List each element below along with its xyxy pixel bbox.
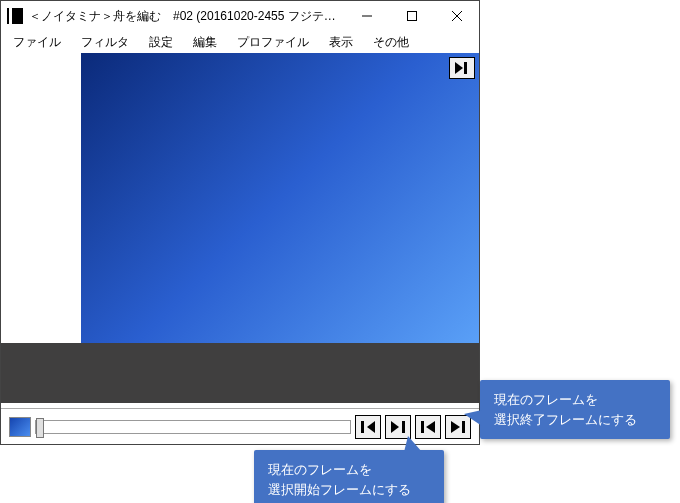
svg-rect-10	[421, 421, 424, 433]
callout-text-line: 選択終了フレームにする	[494, 410, 656, 430]
svg-marker-8	[391, 421, 399, 433]
menu-file[interactable]: ファイル	[5, 32, 69, 53]
step-back-button[interactable]	[355, 415, 381, 439]
maximize-icon	[407, 11, 417, 21]
menu-display[interactable]: 表示	[321, 32, 361, 53]
callout-text-line: 現在のフレームを	[494, 390, 656, 410]
step-forward-icon	[391, 421, 405, 433]
menu-settings[interactable]: 設定	[141, 32, 181, 53]
app-window: ＜ノイタミナ＞舟を編む #02 (20161020-2455 フジテレビジョ..…	[0, 0, 480, 445]
window-controls	[344, 2, 479, 31]
callout-start-frame: 現在のフレームを 選択開始フレームにする	[254, 450, 444, 503]
seek-thumb[interactable]	[36, 418, 44, 438]
svg-marker-7	[367, 421, 375, 433]
callout-end-frame: 現在のフレームを 選択終了フレームにする	[480, 380, 670, 439]
maximize-button[interactable]	[389, 2, 434, 31]
step-back-icon	[361, 421, 375, 433]
step-forward-button[interactable]	[385, 415, 411, 439]
svg-rect-6	[361, 421, 364, 433]
minimize-icon	[362, 11, 372, 21]
callout-pointer	[404, 436, 422, 452]
video-gutter	[1, 53, 81, 343]
video-area	[1, 53, 479, 343]
set-start-icon	[421, 421, 435, 433]
close-icon	[452, 11, 462, 21]
frame-thumbnail[interactable]	[9, 417, 31, 437]
seek-slider[interactable]	[35, 420, 351, 434]
svg-marker-11	[426, 421, 435, 433]
callout-pointer	[464, 410, 482, 426]
svg-rect-5	[464, 62, 467, 74]
set-start-frame-button[interactable]	[415, 415, 441, 439]
callout-text-line: 選択開始フレームにする	[268, 480, 430, 500]
skip-end-icon	[455, 62, 469, 74]
menu-edit[interactable]: 編集	[185, 32, 225, 53]
svg-marker-12	[451, 421, 460, 433]
svg-rect-9	[402, 421, 405, 433]
timeline-strip	[1, 343, 479, 403]
menu-profile[interactable]: プロファイル	[229, 32, 317, 53]
callout-text-line: 現在のフレームを	[268, 460, 430, 480]
svg-rect-1	[407, 12, 416, 21]
close-button[interactable]	[434, 2, 479, 31]
app-icon	[7, 8, 23, 24]
minimize-button[interactable]	[344, 2, 389, 31]
jump-to-end-button[interactable]	[449, 57, 475, 79]
menu-other[interactable]: その他	[365, 32, 417, 53]
client-area	[1, 53, 479, 444]
set-end-icon	[451, 421, 465, 433]
svg-marker-4	[455, 62, 463, 74]
titlebar: ＜ノイタミナ＞舟を編む #02 (20161020-2455 フジテレビジョ..…	[1, 1, 479, 31]
video-frame	[81, 53, 479, 343]
menu-filter[interactable]: フィルタ	[73, 32, 137, 53]
window-title: ＜ノイタミナ＞舟を編む #02 (20161020-2455 フジテレビジョ..…	[29, 8, 344, 25]
menubar: ファイル フィルタ 設定 編集 プロファイル 表示 その他	[1, 31, 479, 53]
